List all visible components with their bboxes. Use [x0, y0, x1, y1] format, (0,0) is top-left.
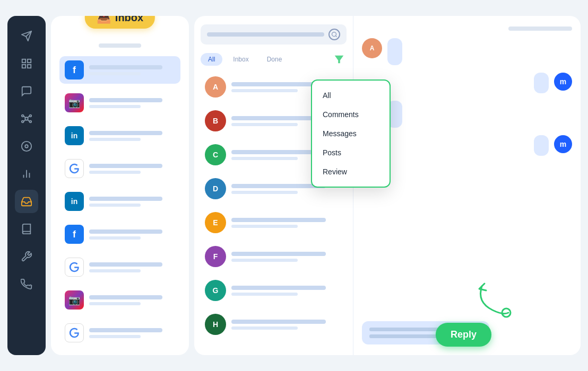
instagram-icon: 📷 — [65, 93, 84, 112]
line — [89, 105, 141, 108]
list-item[interactable]: E — [201, 208, 347, 237]
list-item[interactable]: G — [201, 276, 347, 305]
reply-area: Reply — [362, 321, 572, 344]
dropdown-item-all[interactable]: All — [312, 86, 390, 105]
social-lines — [89, 262, 175, 272]
reply-button[interactable]: Reply — [436, 323, 491, 347]
sidebar-item-network[interactable] — [15, 107, 38, 130]
line — [89, 171, 141, 174]
line — [231, 218, 326, 222]
tab-all[interactable]: All — [201, 53, 222, 66]
line — [231, 157, 298, 160]
line — [231, 123, 298, 126]
facebook-icon: f — [65, 225, 84, 244]
social-lines — [89, 197, 175, 207]
panel-header-bar — [99, 43, 141, 48]
search-bar[interactable] — [201, 24, 347, 45]
tab-inbox[interactable]: Inbox — [226, 53, 256, 66]
avatar: B — [205, 110, 226, 131]
svg-rect-2 — [22, 59, 25, 63]
sidebar-item-messages[interactable] — [15, 80, 38, 103]
filter-dropdown: All Comments Messages Posts Review — [311, 80, 391, 188]
line — [89, 269, 141, 272]
list-item[interactable]: 📷 — [59, 286, 180, 314]
line — [89, 98, 162, 102]
sidebar-item-library[interactable] — [15, 217, 38, 241]
svg-rect-3 — [28, 59, 31, 63]
svg-line-21 — [335, 36, 336, 37]
sidebar-item-send[interactable] — [15, 24, 38, 48]
inbox-badge: 📥 Inbox — [85, 16, 155, 29]
avatar: A — [362, 38, 382, 58]
conv-lines — [231, 286, 342, 296]
chat-messages: A m B — [362, 38, 572, 314]
linkedin-icon: in — [65, 126, 84, 145]
avatar: C — [205, 144, 226, 165]
dropdown-item-posts[interactable]: Posts — [312, 143, 390, 162]
svg-line-14 — [28, 120, 30, 121]
tab-done[interactable]: Done — [260, 53, 290, 66]
avatar: E — [205, 212, 226, 233]
message-row: A — [362, 38, 572, 65]
list-item[interactable]: 📷 — [59, 89, 180, 117]
list-item[interactable]: F — [201, 242, 347, 271]
social-lines — [89, 164, 175, 174]
instagram-icon: 📷 — [65, 290, 84, 310]
line — [231, 286, 326, 290]
list-item[interactable] — [59, 319, 180, 347]
message-bubble — [534, 73, 549, 93]
conv-lines — [231, 320, 342, 330]
inbox-title: Inbox — [115, 16, 143, 24]
list-item[interactable] — [59, 155, 180, 182]
list-item[interactable]: f — [59, 220, 180, 248]
sidebar-item-inbox[interactable] — [15, 190, 38, 213]
facebook-icon: f — [65, 60, 84, 80]
line — [231, 225, 298, 228]
sidebar-item-settings[interactable] — [15, 135, 38, 158]
line — [89, 335, 141, 338]
avatar: H — [205, 314, 226, 335]
avatar: D — [205, 178, 226, 199]
svg-point-16 — [25, 145, 28, 148]
message-bubble — [387, 38, 402, 65]
line — [89, 65, 162, 69]
sidebar-item-support[interactable] — [15, 272, 38, 296]
left-panel: 📥 Inbox f 📷 in — [51, 16, 189, 355]
line — [231, 320, 326, 324]
reply-arrow — [471, 281, 514, 318]
linkedin-icon: in — [65, 192, 84, 211]
sidebar-item-dashboard[interactable] — [15, 52, 38, 75]
list-item[interactable]: f — [59, 56, 180, 84]
list-item[interactable] — [59, 253, 180, 281]
line — [89, 138, 141, 141]
sidebar-item-analytics[interactable] — [15, 162, 38, 186]
list-item[interactable]: H — [201, 310, 347, 339]
dropdown-item-comments[interactable]: Comments — [312, 105, 390, 124]
google-icon — [65, 323, 84, 342]
dropdown-item-messages[interactable]: Messages — [312, 124, 390, 143]
conv-lines — [231, 218, 342, 228]
line — [89, 262, 162, 267]
list-item[interactable]: in — [59, 122, 180, 149]
social-lines — [89, 65, 175, 75]
messenger-icon: m — [554, 135, 572, 153]
line — [89, 236, 141, 240]
search-input[interactable] — [207, 32, 324, 37]
svg-point-20 — [332, 32, 336, 37]
social-lines — [89, 98, 175, 108]
social-list: f 📷 in — [59, 56, 180, 347]
message-bubble — [534, 135, 549, 156]
social-lines — [89, 328, 175, 338]
filter-icon[interactable] — [332, 52, 347, 67]
conv-lines — [231, 252, 342, 262]
line — [231, 293, 298, 296]
line — [89, 197, 162, 201]
social-lines — [89, 295, 175, 305]
svg-point-8 — [30, 115, 32, 117]
list-item[interactable]: in — [59, 188, 180, 215]
sidebar-item-tools[interactable] — [15, 245, 38, 268]
dropdown-item-review[interactable]: Review — [312, 162, 390, 181]
messenger-icon: m — [554, 73, 572, 91]
line — [231, 326, 298, 330]
line — [231, 191, 298, 194]
